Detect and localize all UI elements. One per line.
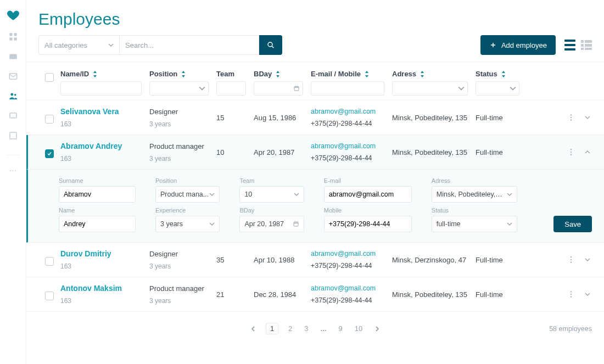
row-more-icon[interactable]: [567, 113, 575, 122]
row-expand-icon[interactable]: [583, 113, 592, 122]
edit-label-experience: Experience: [155, 207, 220, 214]
page-number[interactable]: 3: [302, 323, 310, 334]
filter-name-input[interactable]: [60, 81, 142, 96]
table-row: Durov Dmitriy163 Designer3 years 35 Apr …: [26, 243, 604, 277]
nav-chat-icon[interactable]: [8, 111, 18, 121]
edit-label-bday: BDay: [239, 207, 304, 214]
edit-surname-input[interactable]: [59, 186, 136, 203]
row-expand-icon[interactable]: [583, 255, 592, 264]
column-header-bday[interactable]: BDay: [254, 70, 303, 78]
column-header-address[interactable]: Adress: [392, 70, 468, 78]
page-prev[interactable]: [248, 325, 258, 333]
employee-name-link[interactable]: Durov Dmitriy: [60, 249, 142, 258]
plus-icon: [489, 41, 497, 49]
edit-name-input[interactable]: [59, 216, 136, 232]
employee-position: Product manager: [149, 284, 209, 293]
column-header-email[interactable]: E-mail / Mobile: [311, 70, 384, 78]
search-button[interactable]: [259, 35, 282, 55]
view-list-button[interactable]: [564, 40, 575, 51]
nav-more-icon[interactable]: ⋯: [8, 165, 18, 175]
chevron-down-icon: [108, 42, 114, 48]
employee-name-link[interactable]: Abramov Andrey: [60, 142, 142, 150]
svg-point-33: [571, 296, 572, 298]
row-checkbox[interactable]: [45, 257, 54, 266]
row-checkbox[interactable]: [45, 292, 54, 300]
nav-mail-icon[interactable]: [8, 71, 18, 81]
nav-dashboard-icon[interactable]: [8, 32, 18, 42]
edit-email-input[interactable]: [324, 186, 412, 203]
employee-email[interactable]: abramov@gmail.com: [311, 142, 384, 150]
page-number[interactable]: 9: [336, 323, 344, 334]
filter-bday-input[interactable]: [254, 81, 303, 96]
row-expand-icon[interactable]: [583, 290, 592, 299]
page-number[interactable]: 10: [353, 323, 365, 334]
pagination: 1 2 3 ... 9 10: [248, 323, 382, 334]
employee-bday: Dec 28, 1984: [254, 290, 303, 299]
row-more-icon[interactable]: [567, 148, 575, 156]
filter-email-input[interactable]: [311, 81, 384, 96]
employee-address: Minsk, Pobediteley, 135: [392, 148, 468, 156]
page-title: Employees: [26, 0, 604, 35]
employee-experience: 3 years: [149, 120, 209, 128]
column-header-name[interactable]: Name/ID: [60, 70, 142, 78]
filter-position-select[interactable]: [149, 81, 209, 96]
employee-email[interactable]: abramov@gmail.com: [311, 250, 384, 257]
view-grid-button[interactable]: [581, 40, 592, 51]
svg-point-28: [571, 256, 572, 257]
edit-label-name: Name: [59, 207, 136, 214]
edit-experience-select[interactable]: 3 years: [155, 216, 220, 232]
employee-email[interactable]: abramov@gmail.com: [311, 108, 384, 115]
employee-address: Minsk, Pobediteley, 135: [392, 114, 468, 122]
total-count: 58 employees: [549, 325, 592, 333]
category-select[interactable]: All categories: [38, 35, 120, 55]
employee-experience: 3 years: [149, 262, 209, 270]
edit-team-select[interactable]: 10: [239, 186, 304, 203]
employee-bday: Apr 10, 1988: [254, 256, 303, 264]
row-collapse-icon[interactable]: [583, 148, 592, 156]
search-input[interactable]: [120, 35, 259, 55]
nav-cards-icon[interactable]: [8, 52, 18, 61]
nav-employees-icon[interactable]: [8, 91, 18, 101]
edit-address-select[interactable]: Minsk, Pobediteley, 135: [432, 186, 518, 203]
edit-status-select[interactable]: full-time: [432, 216, 518, 232]
edit-mobile-input[interactable]: [324, 216, 412, 232]
filter-status-select[interactable]: [476, 81, 519, 96]
table-row: Antonov Maksim163 Product manager3 years…: [26, 277, 604, 312]
page-number[interactable]: 2: [286, 323, 294, 334]
column-header-team[interactable]: Team: [216, 70, 246, 78]
add-employee-button[interactable]: Add employee: [480, 35, 556, 55]
svg-point-26: [571, 154, 572, 155]
employee-team: 35: [216, 256, 246, 264]
table-header: Name/ID Position Team BDay E-mail / Mobi…: [26, 62, 604, 100]
svg-point-30: [571, 262, 572, 263]
employee-address: Minsk, Derzinskogo, 47: [392, 256, 468, 264]
row-more-icon[interactable]: [567, 255, 575, 264]
column-header-position[interactable]: Position: [149, 70, 209, 78]
employee-name-link[interactable]: Selivanova Vera: [60, 107, 142, 116]
table-row: Selivanova Vera163 Designer3 years 15 Au…: [26, 100, 604, 135]
row-checkbox[interactable]: [45, 149, 54, 158]
svg-rect-0: [9, 33, 12, 36]
employee-name-link[interactable]: Antonov Maksim: [60, 284, 142, 293]
filter-address-select[interactable]: [392, 81, 468, 96]
sidebar-separator: [7, 155, 19, 155]
save-button[interactable]: Save: [553, 216, 592, 232]
select-all-checkbox[interactable]: [45, 73, 54, 82]
svg-rect-4: [9, 54, 17, 59]
svg-point-24: [571, 149, 572, 150]
chevron-down-icon: [507, 221, 512, 227]
edit-bday-input[interactable]: Apr 20, 1987: [239, 216, 304, 232]
row-more-icon[interactable]: [567, 290, 575, 299]
page-next[interactable]: [372, 325, 382, 333]
app-logo: [6, 8, 20, 22]
column-header-status[interactable]: Status: [476, 70, 519, 78]
page-number[interactable]: 1: [266, 323, 278, 334]
row-checkbox[interactable]: [45, 115, 54, 124]
toolbar: All categories Add employee: [26, 35, 604, 61]
employee-email[interactable]: abramov@gmail.com: [311, 284, 384, 292]
filter-team-input[interactable]: [216, 81, 246, 96]
page-ellipsis: ...: [318, 323, 329, 334]
edit-label-mobile: Mobile: [324, 207, 412, 214]
edit-position-select[interactable]: Product mana...: [155, 186, 220, 203]
nav-reports-icon[interactable]: [8, 131, 18, 141]
